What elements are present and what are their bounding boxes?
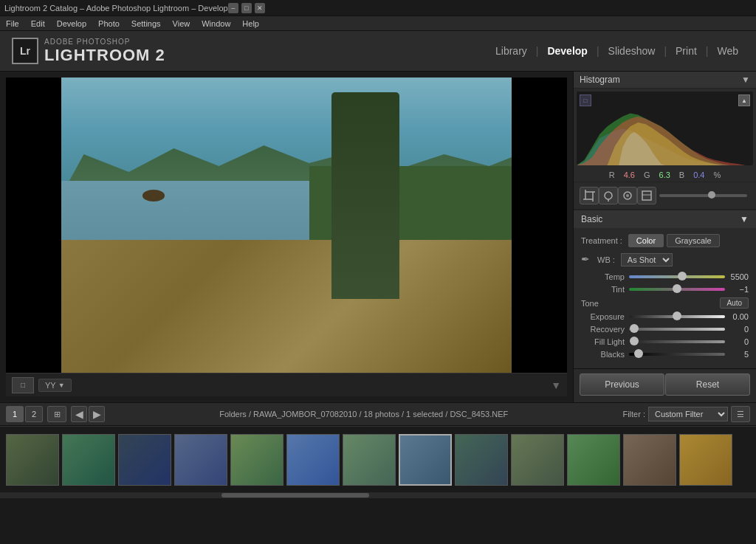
brand-top: ADOBE PHOTOSHOP — [44, 38, 165, 46]
menu-file[interactable]: File — [3, 18, 22, 30]
grayscale-btn[interactable]: Grayscale — [667, 234, 720, 247]
menu-settings[interactable]: Settings — [128, 18, 164, 30]
exposure-slider[interactable] — [629, 315, 725, 318]
menu-view[interactable]: View — [170, 18, 193, 30]
nav-web[interactable]: Web — [711, 42, 744, 60]
filmstrip-thumb-4[interactable] — [174, 434, 227, 486]
photo-container — [6, 78, 567, 373]
filmstrip-thumb-12[interactable] — [623, 434, 676, 486]
menu-help[interactable]: Help — [239, 18, 262, 30]
close-btn[interactable]: ✕ — [255, 3, 265, 13]
filmstrip-thumb-11[interactable] — [567, 434, 620, 486]
menu-window[interactable]: Window — [199, 18, 233, 30]
tint-slider[interactable] — [629, 288, 725, 291]
filmstrip-thumb-3[interactable] — [118, 434, 171, 486]
filmstrip-thumb-5[interactable] — [230, 434, 284, 486]
b-value: 0.4 — [693, 171, 704, 179]
filter-select[interactable]: Custom Filter All Photographs Flagged Un… — [648, 407, 728, 421]
tint-value: −1 — [725, 285, 749, 294]
temp-slider[interactable] — [629, 275, 725, 278]
blacks-slider[interactable] — [629, 353, 725, 356]
pct-symbol: % — [713, 171, 721, 179]
filmstrip-thumb-6[interactable] — [286, 434, 340, 486]
reset-button[interactable]: Reset — [665, 373, 750, 396]
menu-edit[interactable]: Edit — [28, 18, 48, 30]
crop-tool[interactable] — [580, 187, 599, 204]
fill-value: 0 — [725, 337, 749, 346]
filmstrip-thumb-13[interactable] — [679, 434, 732, 486]
titlebar: Lightroom 2 Catalog – Adobe Photoshop Li… — [0, 0, 756, 16]
menu-photo[interactable]: Photo — [95, 18, 123, 30]
next-photo-btn[interactable]: ▶ — [89, 406, 105, 422]
filmstrip-scroll-thumb[interactable] — [221, 493, 369, 497]
tone-label: Tone — [581, 299, 599, 308]
g-label: G — [644, 171, 650, 179]
photo-frame-btn[interactable]: □ — [12, 377, 34, 393]
wb-select[interactable]: As Shot Auto Daylight Cloudy Custom — [621, 253, 673, 266]
svg-point-10 — [605, 192, 612, 199]
menu-develop[interactable]: Develop — [54, 18, 89, 30]
previous-button[interactable]: Previous — [580, 373, 664, 396]
grad-filter-tool[interactable] — [637, 187, 656, 204]
filmstrip-thumb-7[interactable] — [343, 434, 396, 486]
redeye-tool[interactable] — [618, 187, 637, 204]
filter-area: Filter : Custom Filter All Photographs F… — [622, 406, 750, 422]
spot-heal-tool[interactable] — [599, 187, 618, 204]
wb-eyedropper[interactable]: ✒ — [581, 253, 594, 266]
filter-options-btn[interactable]: ☰ — [731, 406, 750, 422]
prev-photo-btn[interactable]: ◀ — [71, 406, 87, 422]
exposure-value: 0.00 — [725, 312, 749, 321]
wb-row: ✒ WB : As Shot Auto Daylight Cloudy Cust… — [581, 253, 749, 266]
svg-rect-14 — [642, 191, 651, 200]
fill-label: Fill Light — [581, 337, 629, 346]
r-label: R — [609, 171, 615, 179]
page-tab-2[interactable]: 2 — [25, 406, 43, 422]
photo-area: □ YY ▼ ▼ — [0, 72, 573, 402]
filmstrip-thumb-10[interactable] — [511, 434, 564, 486]
fill-slider[interactable] — [629, 340, 725, 343]
nav: Library | Develop | Slideshow | Print | … — [489, 42, 744, 60]
prev-reset-row: Previous Reset — [574, 368, 756, 400]
brand-main: LIGHTROOM 2 — [44, 46, 165, 65]
minimize-btn[interactable]: – — [228, 3, 238, 13]
label-mode-btn[interactable]: YY ▼ — [38, 379, 72, 392]
window-controls: – □ ✕ — [228, 3, 265, 13]
filmstrip-thumb-1[interactable] — [6, 434, 59, 486]
histogram-collapse-icon[interactable]: ▼ — [741, 75, 750, 85]
grid-view-btn[interactable]: ⊞ — [47, 406, 66, 422]
brand-text: ADOBE PHOTOSHOP LIGHTROOM 2 — [44, 38, 165, 65]
view-expand-icon[interactable]: ▼ — [551, 379, 561, 391]
opacity-slider[interactable] — [659, 194, 747, 197]
g-value: 6.3 — [659, 171, 670, 179]
r-value: 4.6 — [624, 171, 635, 179]
blacks-slider-row: Blacks 5 — [581, 350, 749, 359]
recovery-value: 0 — [725, 325, 749, 334]
nav-slideshow[interactable]: Slideshow — [602, 42, 662, 60]
basic-panel-collapse-icon: ▼ — [740, 214, 749, 224]
recovery-slider[interactable] — [629, 328, 725, 331]
nav-develop[interactable]: Develop — [541, 42, 593, 60]
right-panel: Histogram ▼ □ ▲ R 4.6 — [573, 72, 756, 402]
tone-row: Tone Auto — [581, 297, 749, 309]
auto-btn[interactable]: Auto — [720, 297, 749, 309]
color-btn[interactable]: Color — [628, 234, 664, 247]
filmstrip-thumb-2[interactable] — [62, 434, 115, 486]
hist-rgb: R 4.6 G 6.3 B 0.4 % — [574, 168, 756, 182]
wb-label: WB : — [597, 255, 615, 264]
page-tab-1[interactable]: 1 — [6, 406, 24, 422]
filmstrip-thumb-9[interactable] — [455, 434, 508, 486]
filter-label: Filter : — [622, 410, 645, 419]
hist-corner-left: □ — [580, 94, 591, 106]
nav-library[interactable]: Library — [489, 42, 533, 60]
filmstrip — [0, 426, 756, 492]
maximize-btn[interactable]: □ — [241, 3, 252, 13]
fill-slider-row: Fill Light 0 — [581, 337, 749, 346]
temp-slider-row: Temp 5500 — [581, 272, 749, 281]
nav-print[interactable]: Print — [670, 42, 703, 60]
basic-panel-title: Basic — [581, 214, 602, 224]
basic-panel-header[interactable]: Basic ▼ — [574, 210, 756, 228]
exposure-slider-row: Exposure 0.00 — [581, 312, 749, 321]
arrows: ◀ ▶ — [71, 406, 105, 422]
filmstrip-thumb-8[interactable] — [399, 434, 452, 486]
basic-panel: Treatment : Color Grayscale ✒ WB : As Sh… — [574, 228, 756, 368]
